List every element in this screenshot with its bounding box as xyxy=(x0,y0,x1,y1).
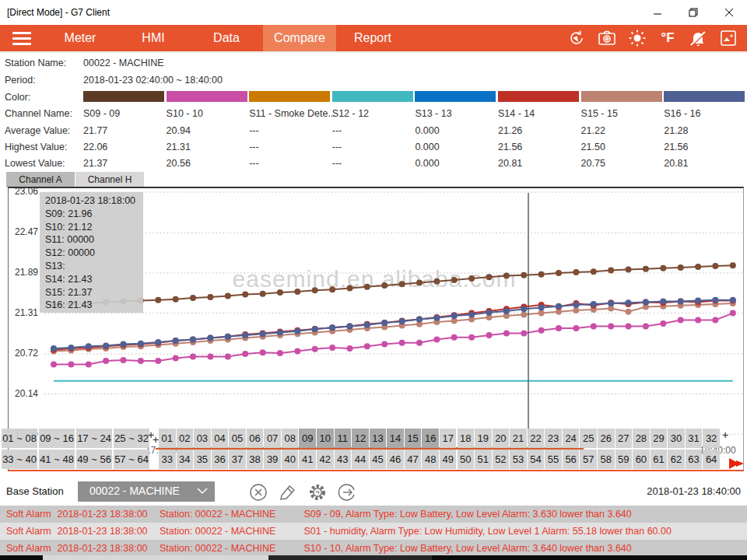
channel-group-button-33~40[interactable]: 33 ~ 40 xyxy=(2,450,37,469)
tab-channel-a[interactable]: Channel A xyxy=(6,172,75,187)
channel-button-47[interactable]: 47 xyxy=(405,450,422,469)
channel-button-45[interactable]: 45 xyxy=(370,450,387,469)
sync-button[interactable] xyxy=(567,29,586,47)
channel-button-40[interactable]: 40 xyxy=(282,450,299,469)
channel-button-22[interactable]: 22 xyxy=(528,429,545,448)
channel-button-19[interactable]: 19 xyxy=(475,429,492,448)
channel-button-53[interactable]: 53 xyxy=(510,450,527,469)
channel-group-button-49~56[interactable]: 49 ~ 56 xyxy=(76,450,112,469)
go-button[interactable] xyxy=(336,481,357,502)
strip-right-plus[interactable]: + xyxy=(722,429,728,441)
nav-item-hmi[interactable]: HMI xyxy=(117,25,190,51)
channel-button-63[interactable]: 63 xyxy=(686,450,703,469)
channel-button-64[interactable]: 64 xyxy=(703,450,720,469)
alarm-mute-button[interactable] xyxy=(689,29,707,47)
channel-button-51[interactable]: 51 xyxy=(475,450,492,469)
channel-button-05[interactable]: 05 xyxy=(229,429,246,448)
channel-button-04[interactable]: 04 xyxy=(212,429,229,448)
channel-button-37[interactable]: 37 xyxy=(229,450,246,469)
channel-button-02[interactable]: 02 xyxy=(177,429,194,448)
channel-button-29[interactable]: 29 xyxy=(651,429,668,448)
channel-button-35[interactable]: 35 xyxy=(194,450,211,469)
nav-item-meter[interactable]: Meter xyxy=(44,25,117,51)
channel-group-button-09~16[interactable]: 09 ~ 16 xyxy=(39,429,75,448)
tab-channel-h[interactable]: Channel H xyxy=(75,172,144,187)
channel-button-27[interactable]: 27 xyxy=(615,429,633,448)
channel-button-01[interactable]: 01 xyxy=(159,429,176,448)
channel-button-25[interactable]: 25 xyxy=(580,429,597,448)
clear-button[interactable] xyxy=(247,481,268,502)
channel-button-26[interactable]: 26 xyxy=(598,429,615,448)
base-station-dropdown[interactable]: 00022 - MACHINE xyxy=(78,481,215,502)
channel-button-12[interactable]: 12 xyxy=(352,429,369,448)
channel-button-03[interactable]: 03 xyxy=(194,429,211,448)
channel-button-30[interactable]: 30 xyxy=(668,429,685,448)
channel-button-16[interactable]: 16 xyxy=(422,429,439,448)
channel-button-33[interactable]: 33 xyxy=(159,450,176,469)
alarm-row[interactable]: Soft Alarm 2018-01-23 18:38:00 Station: … xyxy=(0,540,747,557)
channel-group-button-01~08[interactable]: 01 ~ 08 xyxy=(2,429,37,448)
channel-button-32[interactable]: 32 xyxy=(703,429,720,448)
channel-button-31[interactable]: 31 xyxy=(686,429,703,448)
channel-button-15[interactable]: 15 xyxy=(405,429,422,448)
channel-button-08[interactable]: 08 xyxy=(282,429,299,448)
channel-button-50[interactable]: 50 xyxy=(458,450,475,469)
channel-group-button-57~64[interactable]: 57 ~ 64 xyxy=(114,450,149,469)
alarm-row[interactable]: Soft Alarm 2018-01-23 18:38:00 Station: … xyxy=(0,523,747,540)
strip-left-plus[interactable]: + xyxy=(153,433,159,446)
nav-item-report[interactable]: Report xyxy=(336,25,409,51)
channel-button-06[interactable]: 06 xyxy=(247,429,264,448)
channel-button-46[interactable]: 46 xyxy=(387,450,404,469)
channel-button-39[interactable]: 39 xyxy=(264,450,281,469)
channel-button-41[interactable]: 41 xyxy=(299,450,316,469)
channel-button-44[interactable]: 44 xyxy=(352,450,369,469)
channel-button-62[interactable]: 62 xyxy=(668,450,685,469)
channel-button-60[interactable]: 60 xyxy=(633,450,650,469)
edit-button[interactable] xyxy=(277,481,298,502)
minimize-button[interactable] xyxy=(640,0,675,25)
channel-button-43[interactable]: 43 xyxy=(335,450,352,469)
channel-button-09[interactable]: 09 xyxy=(299,429,316,448)
channel-button-34[interactable]: 34 xyxy=(177,450,194,469)
channel-button-49[interactable]: 49 xyxy=(440,450,457,469)
camera-button[interactable] xyxy=(598,29,616,47)
channel-button-13[interactable]: 13 xyxy=(370,429,387,448)
alarm-row[interactable]: Soft Alarm 2018-01-23 18:38:00 Station: … xyxy=(0,506,747,523)
channel-button-59[interactable]: 59 xyxy=(615,450,633,469)
channel-group-button-41~48[interactable]: 41 ~ 48 xyxy=(39,450,75,469)
close-button[interactable] xyxy=(711,0,747,25)
channel-button-11[interactable]: 11 xyxy=(335,429,352,448)
channel-button-61[interactable]: 61 xyxy=(651,450,668,469)
temperature-unit-button[interactable]: °F xyxy=(658,29,677,47)
gallery-button[interactable] xyxy=(719,29,738,47)
channel-button-18[interactable]: 18 xyxy=(458,429,475,448)
channel-button-28[interactable]: 28 xyxy=(633,429,650,448)
channel-button-55[interactable]: 55 xyxy=(545,450,562,469)
nav-item-data[interactable]: Data xyxy=(190,25,263,51)
channel-button-24[interactable]: 24 xyxy=(563,429,580,448)
channel-button-14[interactable]: 14 xyxy=(387,429,404,448)
channel-button-36[interactable]: 36 xyxy=(212,450,229,469)
next-page-arrow-button[interactable] xyxy=(728,456,745,474)
restore-button[interactable] xyxy=(675,0,711,25)
settings-button[interactable] xyxy=(307,481,328,502)
channel-button-54[interactable]: 54 xyxy=(528,450,545,469)
channel-button-58[interactable]: 58 xyxy=(598,450,615,469)
channel-button-48[interactable]: 48 xyxy=(422,450,439,469)
channel-button-23[interactable]: 23 xyxy=(545,429,562,448)
channel-button-38[interactable]: 38 xyxy=(247,450,264,469)
channel-group-button-17~24[interactable]: 17 ~ 24 xyxy=(76,429,112,448)
channel-button-17[interactable]: 17 xyxy=(440,429,457,448)
channel-button-20[interactable]: 20 xyxy=(493,429,510,448)
channel-button-56[interactable]: 56 xyxy=(563,450,580,469)
channel-button-21[interactable]: 21 xyxy=(510,429,527,448)
channel-button-52[interactable]: 52 xyxy=(493,450,510,469)
channel-button-07[interactable]: 07 xyxy=(264,429,281,448)
hamburger-menu-button[interactable] xyxy=(0,25,44,51)
channel-button-57[interactable]: 57 xyxy=(580,450,597,469)
channel-group-button-25~32[interactable]: 25 ~ 32 xyxy=(114,429,149,448)
channel-button-42[interactable]: 42 xyxy=(317,450,334,469)
channel-button-10[interactable]: 10 xyxy=(317,429,334,448)
nav-item-compare[interactable]: Compare xyxy=(263,25,336,51)
brightness-button[interactable] xyxy=(628,29,647,47)
